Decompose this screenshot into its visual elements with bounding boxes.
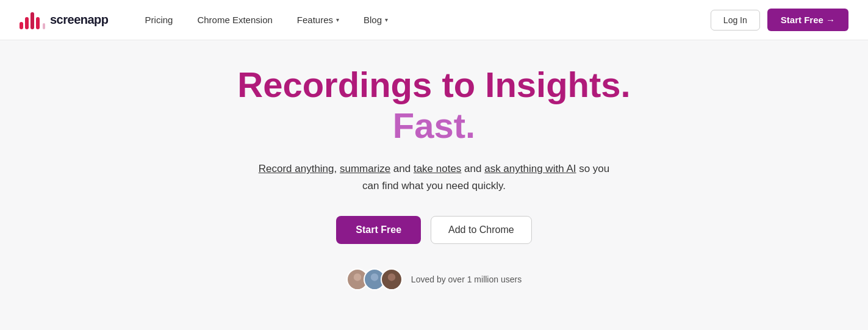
features-chevron-icon: ▾ [336,16,339,23]
nav-link-chrome-extension[interactable]: Chrome Extension [185,0,284,40]
start-free-nav-button[interactable]: Start Free → [767,9,848,31]
hero-title-line1: Recordings to Insights. [237,65,631,104]
logo-text: screenapp [50,13,109,27]
take-notes-link[interactable]: take notes [414,163,461,174]
add-to-chrome-button[interactable]: Add to Chrome [431,216,532,244]
logo-icon [20,11,45,29]
sep3: and [461,163,484,174]
sep1: , [334,163,340,174]
svg-point-3 [368,281,381,290]
sep2: and [390,163,414,174]
ask-ai-link[interactable]: ask anything with AI [484,163,576,174]
svg-point-0 [354,273,361,281]
svg-point-5 [385,281,398,290]
blog-chevron-icon: ▾ [385,16,388,23]
login-button[interactable]: Log In [711,10,760,30]
social-proof-text: Loved by over 1 million users [411,274,522,284]
nav-links: Pricing Chrome Extension Features ▾ Blog… [133,0,711,40]
hero-subtitle: Record anything, summarize and take note… [251,160,617,193]
hero-section: Recordings to Insights. Fast. Record any… [0,40,868,303]
logo[interactable]: screenapp [20,11,109,29]
hero-content: Recordings to Insights. Fast. Record any… [0,40,868,303]
start-free-hero-button[interactable]: Start Free [336,216,421,244]
hero-title: Recordings to Insights. Fast. [237,65,631,146]
hero-buttons: Start Free Add to Chrome [336,216,531,244]
svg-point-4 [388,273,395,281]
navbar: screenapp Pricing Chrome Extension Featu… [0,0,868,40]
nav-link-pricing[interactable]: Pricing [133,0,185,40]
svg-point-2 [371,273,378,281]
hero-title-line2: Fast. [393,106,475,145]
social-proof: Loved by over 1 million users [346,268,522,290]
nav-actions: Log In Start Free → [711,9,848,31]
nav-link-features[interactable]: Features ▾ [285,0,351,40]
avatar-3 [381,268,403,290]
summarize-link[interactable]: summarize [340,163,390,174]
record-anything-link[interactable]: Record anything [259,163,334,174]
nav-link-blog[interactable]: Blog ▾ [351,0,400,40]
svg-point-1 [351,281,364,290]
user-avatars [346,268,403,290]
